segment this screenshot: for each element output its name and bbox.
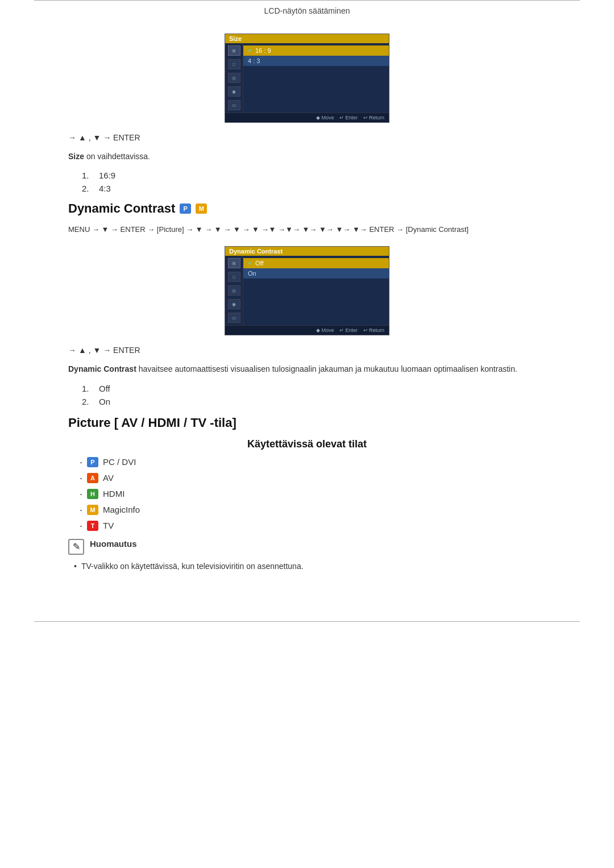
size-list-item-2: 2. 4:3 (82, 184, 546, 193)
badge-m: M (196, 203, 207, 214)
note-bullet-1: • TV-valikko on käytettävissä, kun telev… (74, 560, 546, 572)
size-osd-container: Size ⊞ □ ◎ ◉ ▭ ✔ 16 : 9 4 : 3 (68, 34, 546, 123)
dc-osd-box: Dynamic Contrast ⊞ □ ◎ ◉ ▭ ✔ Off On (225, 246, 389, 335)
osd-icon-4: ◉ (228, 86, 240, 97)
dc-osd-icon-1: ⊞ (228, 258, 240, 268)
size-numbered-list: 1. 16:9 2. 4:3 (82, 171, 546, 193)
page-title: LCD-näytön säätäminen (0, 1, 614, 23)
dc-osd-icon-2: □ (228, 272, 240, 282)
badge-mode-p: P (87, 457, 98, 467)
dc-item-on: On (243, 268, 389, 279)
dc-osd-footer: ◆ Move ↵ Enter ↩ Return (225, 325, 389, 335)
size-osd-box: Size ⊞ □ ◎ ◉ ▭ ✔ 16 : 9 4 : 3 (225, 34, 389, 123)
dynamic-contrast-heading: Dynamic Contrast P M (68, 201, 546, 216)
dc-osd-items: ✔ Off On (243, 256, 389, 325)
dc-list-item-2: 2. On (82, 397, 546, 406)
dc-osd-body: ⊞ □ ◎ ◉ ▭ ✔ Off On (225, 256, 389, 325)
check-icon-1: ✔ (248, 48, 252, 53)
note-icon: ✎ (68, 539, 84, 555)
note-label: Huomautus (90, 539, 137, 549)
mode-tv: · T TV (80, 521, 546, 531)
size-osd-title: Size (225, 34, 389, 43)
picture-heading: Picture [ AV / HDMI / TV -tila] (68, 416, 546, 430)
dc-desc-strong: Dynamic Contrast (68, 364, 136, 373)
bullet-dot-5: · (80, 521, 82, 531)
dc-osd-icons: ⊞ □ ◎ ◉ ▭ (225, 256, 243, 325)
badge-mode-a: A (87, 473, 98, 483)
badge-p: P (180, 203, 191, 214)
size-list-item-1: 1. 16:9 (82, 171, 546, 180)
note-bullet-dot: • (74, 560, 77, 572)
osd-icon-5: ▭ (228, 100, 240, 110)
dc-footer-enter: ↵ Enter (339, 327, 358, 333)
footer-enter: ↵ Enter (339, 115, 358, 121)
dc-list-item-1: 1. Off (82, 384, 546, 393)
osd-icon-3: ◎ (228, 73, 240, 83)
mode-magicinfo: · M MagicInfo (80, 505, 546, 515)
bullet-dot-4: · (80, 505, 82, 515)
dc-numbered-list: 1. Off 2. On (82, 384, 546, 406)
badge-mode-t: T (87, 521, 98, 531)
osd-icon-2: □ (228, 59, 240, 69)
osd-icon-1: ⊞ (228, 45, 240, 56)
dc-osd-icon-3: ◎ (228, 285, 240, 296)
note-bullet-list: • TV-valikko on käytettävissä, kun telev… (74, 560, 546, 572)
dynamic-contrast-menu-path: MENU → ▼ → ENTER → [Picture] → ▼ → ▼ → ▼… (68, 224, 546, 236)
size-osd-icons: ⊞ □ ◎ ◉ ▭ (225, 43, 243, 113)
dc-osd-container: Dynamic Contrast ⊞ □ ◎ ◉ ▭ ✔ Off On (68, 246, 546, 335)
bullet-dot-3: · (80, 489, 82, 499)
footer-move: ◆ Move (316, 115, 334, 121)
dc-item-off: ✔ Off (243, 258, 389, 268)
badge-mode-m: M (87, 505, 98, 515)
size-desc-strong: Size (68, 152, 84, 161)
dc-osd-icon-5: ▭ (228, 313, 240, 323)
note-box: ✎ Huomautus (68, 539, 546, 555)
mode-av: · A AV (80, 473, 546, 483)
dc-osd-icon-4: ◉ (228, 299, 240, 309)
size-osd-footer: ◆ Move ↵ Enter ↩ Return (225, 113, 389, 122)
size-item-1: ✔ 16 : 9 (243, 45, 389, 56)
picture-sub-heading: Käytettävissä olevat tilat (68, 438, 546, 450)
size-item-2: 4 : 3 (243, 56, 389, 66)
bullet-dot-2: · (80, 473, 82, 483)
badge-mode-h: H (87, 489, 98, 499)
size-osd-body: ⊞ □ ◎ ◉ ▭ ✔ 16 : 9 4 : 3 (225, 43, 389, 113)
mode-hdmi: · H HDMI (80, 489, 546, 499)
mode-pc-dvi: · P PC / DVI (80, 457, 546, 467)
dc-check-icon: ✔ (248, 260, 252, 266)
dc-nav-instruction: → ▲ , ▼ → ENTER (68, 346, 546, 355)
bottom-divider (34, 621, 580, 622)
picture-modes-list: · P PC / DVI · A AV · H HDMI · M MagicIn… (80, 457, 546, 531)
bullet-dot-1: · (80, 457, 82, 467)
size-osd-items: ✔ 16 : 9 4 : 3 (243, 43, 389, 113)
dc-description: Dynamic Contrast havaitsee automaattises… (68, 363, 546, 375)
dc-footer-return: ↩ Return (363, 327, 384, 333)
dc-osd-title: Dynamic Contrast (225, 247, 389, 256)
size-nav-instruction: → ▲ , ▼ → ENTER (68, 133, 546, 142)
size-description: Size on vaihdettavissa. (68, 150, 546, 163)
footer-return: ↩ Return (363, 115, 384, 121)
dc-footer-move: ◆ Move (316, 327, 334, 333)
